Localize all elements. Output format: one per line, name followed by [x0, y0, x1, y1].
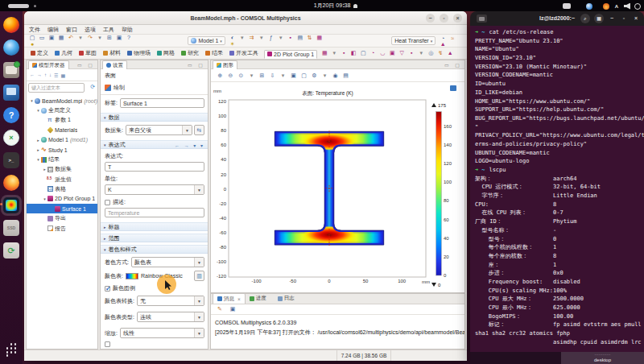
power-icon[interactable]: [634, 3, 641, 10]
close-button[interactable]: ×: [453, 14, 462, 23]
ribbon-icon[interactable]: ▾: [331, 50, 338, 56]
toolbar-icon[interactable]: ●: [29, 41, 36, 47]
model-builder-tab[interactable]: 模型开发器: [28, 60, 69, 69]
menu-item[interactable]: 帮助: [122, 26, 133, 34]
graphics-tool-icon[interactable]: ⊕: [217, 72, 224, 79]
color-table-button[interactable]: ▥: [194, 271, 204, 281]
network-icon[interactable]: [586, 3, 592, 10]
color-transform-combo[interactable]: 无▼: [137, 296, 204, 306]
ribbon-item[interactable]: 几何: [55, 49, 72, 57]
tree-item[interactable]: ▸Study 1: [27, 145, 97, 155]
settings-tab[interactable]: 设置: [102, 60, 127, 69]
tree-tool-icon[interactable]: ↓: [49, 72, 52, 77]
dock-icon[interactable]: [3, 39, 19, 56]
ribbon-icon[interactable]: ▢: [360, 50, 367, 56]
menu-item[interactable]: 编辑: [47, 26, 59, 34]
message-tab[interactable]: 日志: [274, 293, 302, 304]
toolbar-icon[interactable]: ?: [126, 35, 133, 40]
unit-combo[interactable]: K▼: [105, 184, 204, 195]
scale-combo[interactable]: 线性▼: [120, 328, 204, 338]
toolbar-icon[interactable]: ƒ: [267, 35, 275, 40]
comsol-titlebar[interactable]: BeamModel.mph - COMSOL Multiphysics −▫×: [24, 11, 467, 25]
panel-controls[interactable]: ▭ ▢: [77, 62, 95, 68]
physics-selector[interactable]: Heat Transfer▾: [391, 36, 436, 45]
tree-tool-icon[interactable]: →: [37, 72, 42, 77]
ribbon-icon[interactable]: ▪: [341, 50, 348, 56]
dock-icon[interactable]: [3, 17, 19, 33]
dock-icon[interactable]: ⟳: [3, 242, 19, 259]
toolbar-icon[interactable]: ⊞: [106, 35, 114, 41]
toolbar-icon[interactable]: ▣: [116, 35, 123, 41]
tree-item[interactable]: ▸Model 1(mod1): [27, 135, 97, 145]
ribbon-icon[interactable]: ◔: [369, 50, 377, 56]
volume-icon[interactable]: [624, 3, 630, 10]
toolbar-icon[interactable]: ▾: [97, 35, 104, 41]
ribbon-icon[interactable]: ▲: [447, 50, 454, 56]
description-checkbox[interactable]: [105, 200, 110, 205]
expand-arrow-icon[interactable]: ▾: [29, 98, 35, 103]
model-selector[interactable]: Model 1▾: [188, 36, 225, 45]
tree-tool-icon[interactable]: ↑: [44, 72, 47, 77]
filter-input[interactable]: 键入过滤文本: [28, 83, 85, 93]
ribbon-item[interactable]: 材料: [103, 49, 121, 57]
refresh-icon[interactable]: ⟳: [90, 84, 95, 90]
tree-item[interactable]: ▾BeamModel.mph(root): [27, 96, 97, 105]
tab-close-icon[interactable]: ×: [237, 296, 241, 302]
menu-item[interactable]: 文件: [29, 26, 40, 34]
section-title[interactable]: ▸标题: [101, 222, 208, 231]
ribbon-item[interactable]: 草图: [79, 49, 97, 57]
folder-icon[interactable]: [477, 14, 487, 23]
tree-item[interactable]: ▸数据集: [27, 164, 97, 174]
graphics-tool-icon[interactable]: ⊙: [237, 72, 245, 79]
expand-arrow-icon[interactable]: ▸: [35, 138, 41, 143]
expand-arrow-icon[interactable]: ▸: [35, 147, 41, 152]
dock-item[interactable]: [0, 14, 23, 36]
graphics-tool-icon[interactable]: ⊞: [258, 72, 266, 79]
message-tab[interactable]: 进度: [246, 293, 274, 304]
dock-icon[interactable]: >_: [3, 152, 19, 168]
graphics-tool-icon[interactable]: ▢: [300, 72, 308, 79]
dock-icon[interactable]: [3, 341, 19, 358]
dataset-combo[interactable]: 来自父项▼: [126, 125, 192, 135]
ribbon-item[interactable]: 结果: [205, 49, 223, 57]
menu-item[interactable]: 工具: [103, 26, 114, 34]
expand-arrow-icon[interactable]: ▾: [42, 196, 47, 201]
toolbar-icon[interactable]: ▾: [258, 35, 265, 41]
ribbon-item[interactable]: 研究: [181, 49, 199, 57]
tree-item[interactable]: ▾2D Plot Group 1: [27, 194, 97, 204]
toolbar-icon[interactable]: ✶: [229, 41, 236, 48]
ribbon-item[interactable]: 开发工具: [229, 49, 258, 57]
graphics-tool-icon[interactable]: ⇩: [269, 72, 276, 79]
toolbar-icon[interactable]: ▲: [440, 41, 447, 47]
tree-item[interactable]: 派生值: [27, 175, 97, 184]
tree-tool-icon[interactable]: ☰: [54, 72, 58, 78]
section-expression[interactable]: ▾表达式← → ▾ ▾: [101, 140, 208, 149]
toolbar-icon[interactable]: ≈: [449, 35, 456, 41]
graphics-tool-icon[interactable]: ▣: [290, 72, 297, 79]
dock-item[interactable]: [0, 194, 23, 217]
ribbon-icon[interactable]: ▪: [408, 50, 415, 56]
input-method-icon[interactable]: A: [613, 3, 620, 10]
minimize-button[interactable]: −: [426, 14, 435, 23]
ribbon-icon[interactable]: ◎: [427, 50, 435, 56]
section-range[interactable]: ▸范围: [101, 234, 208, 242]
toolbar-icon[interactable]: ▾: [238, 35, 246, 41]
terminal-close-button[interactable]: ×: [632, 14, 640, 23]
graphics-tool-icon[interactable]: ▾: [248, 72, 255, 79]
dock-item[interactable]: SSD: [0, 217, 23, 239]
ribbon-icon[interactable]: ◡: [379, 50, 386, 56]
dataset-refresh-button[interactable]: ⇆: [194, 125, 204, 135]
toolbar-icon[interactable]: ⇅: [306, 35, 313, 41]
expand-arrow-icon[interactable]: ▾: [35, 157, 41, 162]
toolbar-icon[interactable]: ▾: [77, 35, 85, 41]
toolbar-icon[interactable]: ◔: [440, 35, 447, 41]
description-input[interactable]: Temperature: [105, 208, 204, 217]
tree-item[interactable]: 导出: [27, 213, 97, 223]
toolbar-icon[interactable]: ▪: [287, 35, 294, 40]
graphics-tool-icon[interactable]: ◉: [332, 72, 339, 79]
keyboard-layout-icon[interactable]: [563, 3, 571, 9]
color-legend-checkbox[interactable]: [105, 286, 110, 292]
graphics-tool-icon[interactable]: ⚙: [311, 72, 318, 79]
toolbar-icon[interactable]: ▭: [39, 35, 46, 41]
ribbon-item[interactable]: 物理场: [127, 49, 151, 57]
